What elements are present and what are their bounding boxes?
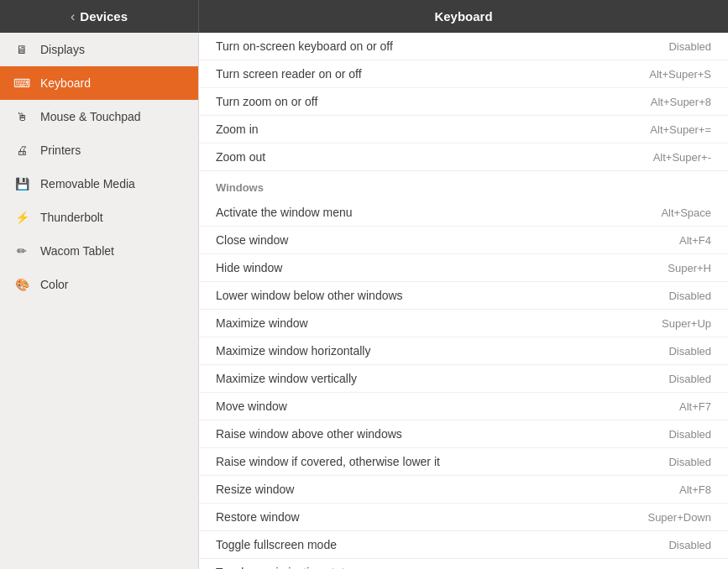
sidebar-item-printers[interactable]: 🖨Printers [0,133,198,167]
sidebar-item-mouse[interactable]: 🖱Mouse & Touchpad [0,100,198,133]
displays-icon: 🖥 [13,41,30,58]
shortcut-action: Turn zoom on or off [199,88,584,116]
back-arrow-icon: ‹ [71,9,75,24]
sidebar-item-label: Keyboard [40,76,91,90]
shortcut-action: Maximize window horizontally [199,337,584,365]
shortcut-action: Restore window [199,504,584,531]
shortcut-key: Super+Up [584,310,728,337]
shortcuts-table: Turn on-screen keyboard on or offDisable… [199,33,728,569]
sidebar-item-label: Removable Media [40,177,135,191]
table-row[interactable]: Maximize window verticallyDisabled [199,365,728,393]
shortcut-action: Maximize window vertically [199,365,584,393]
sidebar-item-label: Displays [40,43,85,56]
table-row[interactable]: Turn on-screen keyboard on or offDisable… [199,33,728,60]
shortcut-action: Raise window above other windows [199,420,584,448]
shortcut-key: Alt+Super+= [584,116,728,144]
removable-icon: 💾 [13,175,30,192]
table-row[interactable]: Maximize window horizontallyDisabled [199,337,728,365]
shortcut-key: Disabled [584,365,728,393]
shortcut-action: Zoom out [199,144,584,171]
table-row[interactable]: Restore windowSuper+Down [199,504,728,531]
shortcut-action: Toggle fullscreen mode [199,531,584,559]
shortcut-action: Toggle maximization state [199,559,584,570]
sidebar-item-label: Printers [40,144,81,157]
sidebar-item-color[interactable]: 🎨Color [0,268,198,301]
sidebar-item-displays[interactable]: 🖥Displays [0,33,198,66]
table-row[interactable]: Toggle fullscreen modeDisabled [199,531,728,559]
shortcut-key: Disabled [584,337,728,365]
sidebar: 🖥Displays⌨Keyboard🖱Mouse & Touchpad🖨Prin… [0,33,199,569]
table-row[interactable]: Raise window above other windowsDisabled [199,420,728,448]
shortcut-action: Close window [199,227,584,254]
shortcut-action: Move window [199,393,584,420]
shortcut-action: Activate the window menu [199,199,584,227]
shortcut-key: Alt+F8 [584,476,728,504]
table-row[interactable]: Resize windowAlt+F8 [199,476,728,504]
printers-icon: 🖨 [13,142,30,159]
table-row[interactable]: Lower window below other windowsDisabled [199,282,728,310]
shortcut-key: Disabled [584,282,728,310]
shortcut-key: Alt+Super+- [584,144,728,171]
shortcut-action: Turn screen reader on or off [199,60,584,88]
shortcut-key: Alt+Space [584,199,728,227]
table-row[interactable]: Turn screen reader on or offAlt+Super+S [199,60,728,88]
shortcut-key: Alt+F10 [584,559,728,570]
shortcut-key: Alt+Super+8 [584,88,728,116]
table-row[interactable]: Zoom outAlt+Super+- [199,144,728,171]
back-button[interactable]: ‹ Devices [0,0,199,33]
table-row[interactable]: Zoom inAlt+Super+= [199,116,728,144]
titlebar: ‹ Devices Keyboard [0,0,728,33]
table-row[interactable]: Activate the window menuAlt+Space [199,199,728,227]
shortcut-key: Alt+F7 [584,393,728,420]
sidebar-item-label: Wacom Tablet [40,244,114,258]
table-row[interactable]: Maximize windowSuper+Up [199,310,728,337]
shortcut-action: Raise window if covered, otherwise lower… [199,448,584,476]
table-row[interactable]: Turn zoom on or offAlt+Super+8 [199,88,728,116]
shortcut-key: Alt+Super+S [584,60,728,88]
table-row[interactable]: Toggle maximization stateAlt+F10 [199,559,728,570]
shortcut-action: Resize window [199,476,584,504]
wacom-icon: ✏ [13,243,30,259]
content-area: Turn on-screen keyboard on or offDisable… [199,33,728,569]
shortcut-action: Maximize window [199,310,584,337]
main-layout: 🖥Displays⌨Keyboard🖱Mouse & Touchpad🖨Prin… [0,33,728,569]
shortcut-action: Lower window below other windows [199,282,584,310]
sidebar-item-keyboard[interactable]: ⌨Keyboard [0,66,198,100]
table-row[interactable]: Raise window if covered, otherwise lower… [199,448,728,476]
sidebar-item-label: Mouse & Touchpad [40,110,141,123]
shortcut-key: Super+Down [584,504,728,531]
color-icon: 🎨 [13,276,30,293]
shortcut-action: Hide window [199,254,584,282]
section-header-windows: Windows [199,171,728,200]
shortcut-key: Disabled [584,531,728,559]
shortcut-key: Disabled [584,420,728,448]
mouse-icon: 🖱 [13,108,30,125]
section-title: Devices [80,9,128,23]
keyboard-icon: ⌨ [13,75,30,91]
table-row[interactable]: Close windowAlt+F4 [199,227,728,254]
sidebar-item-label: Color [40,278,68,291]
table-row[interactable]: Hide windowSuper+H [199,254,728,282]
shortcut-key: Disabled [584,33,728,60]
table-row[interactable]: Move windowAlt+F7 [199,393,728,420]
shortcut-key: Disabled [584,448,728,476]
shortcut-key: Alt+F4 [584,227,728,254]
thunderbolt-icon: ⚡ [13,209,30,226]
shortcut-key: Super+H [584,254,728,282]
sidebar-item-removable[interactable]: 💾Removable Media [0,167,198,201]
sidebar-item-thunderbolt[interactable]: ⚡Thunderbolt [0,201,198,234]
page-title: Keyboard [199,9,728,23]
sidebar-item-label: Thunderbolt [40,211,103,224]
sidebar-item-wacom[interactable]: ✏Wacom Tablet [0,234,198,268]
shortcut-action: Zoom in [199,116,584,144]
shortcut-action: Turn on-screen keyboard on or off [199,33,584,60]
